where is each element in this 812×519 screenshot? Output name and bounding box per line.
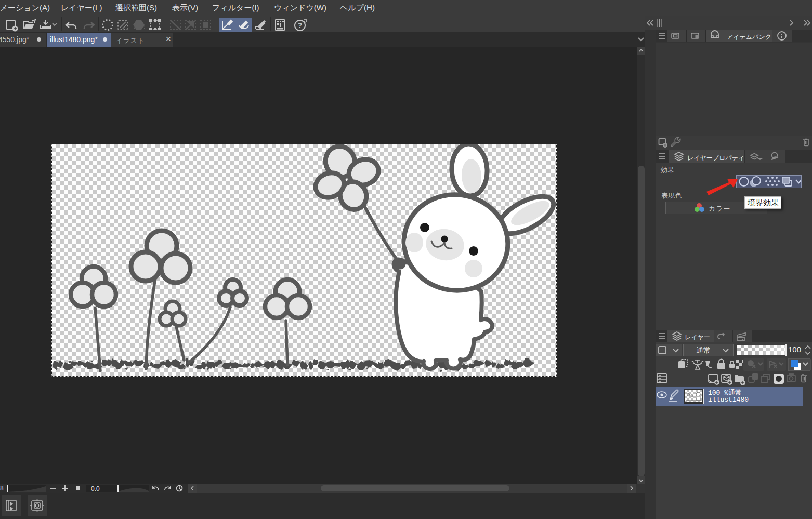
svg-text:?: ? [298,21,303,30]
